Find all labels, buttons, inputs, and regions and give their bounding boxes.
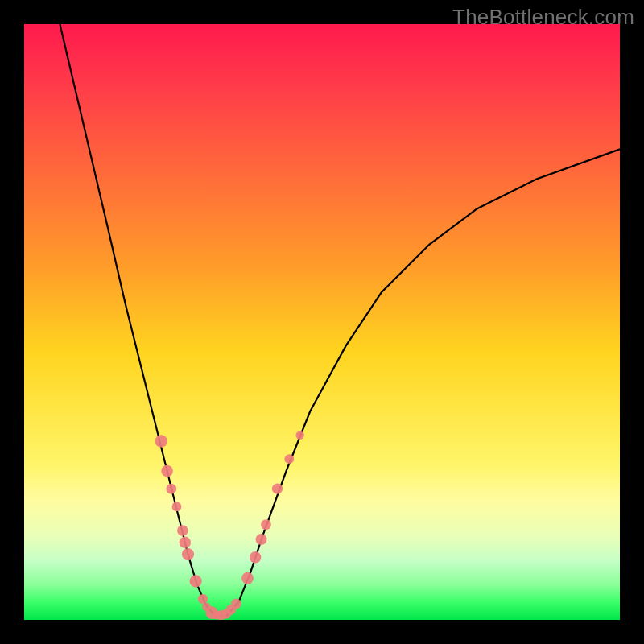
data-marker: [180, 537, 191, 548]
data-marker: [172, 502, 182, 512]
data-marker: [295, 431, 303, 439]
bottleneck-curve: [24, 24, 620, 620]
data-marker: [182, 548, 194, 560]
curve-line: [60, 24, 620, 616]
chart-frame: TheBottleneck.com: [0, 0, 644, 644]
data-marker: [161, 465, 173, 477]
data-marker: [166, 484, 176, 494]
data-marker: [242, 572, 254, 584]
data-marker: [284, 454, 294, 464]
data-marker: [256, 534, 267, 545]
plot-area: [24, 24, 620, 620]
data-marker: [231, 599, 242, 609]
data-marker: [190, 575, 202, 587]
data-marker: [261, 519, 271, 530]
data-marker: [272, 484, 283, 494]
data-marker: [177, 525, 188, 536]
data-marker: [250, 551, 261, 563]
data-marker: [155, 435, 167, 447]
